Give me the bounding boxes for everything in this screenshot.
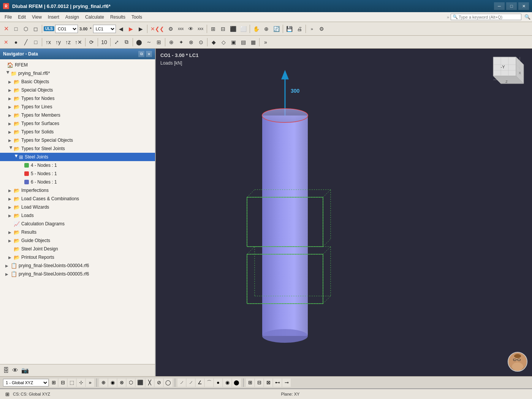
co-select[interactable]: CO1 <box>55 25 78 33</box>
bt-snap8[interactable]: ◯ <box>164 378 173 387</box>
tb2-num[interactable]: 10 <box>100 37 109 47</box>
tb-3d[interactable]: ⬛ <box>228 24 238 34</box>
bt-icon2[interactable]: ⊟ <box>59 378 67 387</box>
bt-node3[interactable]: ⬤ <box>232 378 241 387</box>
nav-item-node6[interactable]: 6 - Nodes : 1 <box>0 178 155 186</box>
nav-camera-icon[interactable]: 📷 <box>21 367 29 374</box>
tb2-line[interactable]: ╱ <box>21 37 30 47</box>
tb-filter1[interactable]: ✕❮❮ <box>149 24 166 34</box>
nav-item-results[interactable]: ▶ 📂 Results <box>0 228 155 236</box>
nav-item-types-special[interactable]: ▶ 📂 Types for Special Objects <box>0 136 155 144</box>
tb-box[interactable]: □ <box>11 24 21 34</box>
tb-eye2[interactable]: xxx <box>196 24 205 34</box>
tb2-more[interactable]: » <box>261 37 270 47</box>
title-bar-controls[interactable]: ─ □ ✕ <box>494 2 529 10</box>
tb2-axis-y[interactable]: ↑y <box>54 37 63 47</box>
nav-item-steel-joints[interactable]: ▶ ⊞ Steel Joints <box>0 153 155 161</box>
bt-icon1[interactable]: ⊞ <box>49 378 58 387</box>
nav-data-icon[interactable]: 🗄 <box>3 367 9 374</box>
nav-float-button[interactable]: ⧉ <box>138 51 144 57</box>
bt-snap4[interactable]: ⬡ <box>127 378 135 387</box>
nav-item-node5[interactable]: 5 - Nodes : 1 <box>0 169 155 178</box>
tb2-mesh[interactable]: ⊞ <box>154 37 163 47</box>
tb-play[interactable]: ▶ <box>127 24 136 34</box>
tb2-surface[interactable]: □ <box>31 37 40 47</box>
tb-filter2[interactable]: ⚙ <box>166 24 176 34</box>
tb2-snap2[interactable]: ✦ <box>177 37 186 47</box>
tb2-transform[interactable]: ⟳ <box>87 37 96 47</box>
nav-item-types-steel[interactable]: ▶ 📂 Types for Steel Joints <box>0 144 155 153</box>
tb2-render2[interactable]: ◇ <box>219 37 228 47</box>
tb-grid[interactable]: ⊞ <box>209 24 218 34</box>
bt-grid3[interactable]: ⊠ <box>264 378 272 387</box>
bt-grid5[interactable]: ⊸ <box>282 378 291 387</box>
viewport[interactable]: CO1 - 3.00 * LC1 Loads [kN] -Y X Z <box>156 49 532 376</box>
status-icon1[interactable]: ⊞ <box>3 390 11 398</box>
bt-node2[interactable]: ◉ <box>223 378 231 387</box>
menu-file[interactable]: File <box>2 14 15 21</box>
bt-measure[interactable]: ⟋ <box>177 378 186 387</box>
tb-rotate[interactable]: 🔄 <box>272 24 281 34</box>
bt-grid-toggle[interactable]: ⊞ <box>246 378 254 387</box>
search-input[interactable] <box>459 15 519 19</box>
tb2-axis-x[interactable]: ↑x <box>44 37 53 47</box>
tb2-axis-z[interactable]: ↑z <box>63 37 73 47</box>
tb2-axis-free[interactable]: ↑✕ <box>73 37 84 47</box>
tb-settings[interactable]: ⚙ <box>317 24 326 34</box>
bt-node[interactable]: ● <box>214 378 222 387</box>
bt-snap7[interactable]: ⊘ <box>155 378 163 387</box>
bt-snap6[interactable]: ╳ <box>146 378 154 387</box>
close-button[interactable]: ✕ <box>518 2 529 10</box>
nav-close-button[interactable]: ✕ <box>146 51 152 57</box>
nav-item-special-objects[interactable]: ▶ 📂 Special Objects <box>0 86 155 94</box>
nav-item-load-wizards[interactable]: ▶ 📂 Load Wizards <box>0 203 155 211</box>
tb2-render1[interactable]: ◆ <box>209 37 218 47</box>
tb2-move[interactable]: ⤢ <box>112 37 121 47</box>
bt-snap2[interactable]: ◉ <box>108 378 117 387</box>
tb2-snap3[interactable]: ⊗ <box>187 37 196 47</box>
menu-calculate[interactable]: Calculate <box>82 14 107 21</box>
tb-node[interactable]: ⬡ <box>21 24 30 34</box>
search-box[interactable]: 🔍 <box>451 14 521 20</box>
tb-save[interactable]: 💾 <box>285 24 294 34</box>
bt-more[interactable]: » <box>86 378 94 387</box>
tb2-render3[interactable]: ▣ <box>229 37 238 47</box>
menu-view[interactable]: View <box>29 14 45 21</box>
nav-item-types-lines[interactable]: ▶ 📂 Types for Lines <box>0 103 155 111</box>
bt-snap1[interactable]: ⊕ <box>99 378 108 387</box>
bt-grid2[interactable]: ⊟ <box>255 378 263 387</box>
tb-print[interactable]: 🖨 <box>295 24 304 34</box>
nav-item-loads[interactable]: ▶ 📂 Loads <box>0 211 155 220</box>
tb-next[interactable]: ▶ <box>136 24 146 34</box>
tb2-cancel[interactable]: ✕ <box>2 37 11 47</box>
nav-item-steel-joint-design[interactable]: 📂 Steel Joint Design <box>0 245 155 253</box>
nav-item-project[interactable]: ▶ 📁 prying_final.rf6* <box>0 69 155 78</box>
tb-prev[interactable]: ◀ <box>117 24 126 34</box>
menu-assign[interactable]: Assign <box>62 14 82 21</box>
bt-snap3[interactable]: ⊗ <box>117 378 126 387</box>
tb-wire[interactable]: ⬜ <box>239 24 248 34</box>
tb-clear[interactable]: ✕ <box>2 24 11 34</box>
nav-item-rfem[interactable]: 🏠 RFEM <box>0 61 155 69</box>
tb2-snap[interactable]: ⊕ <box>167 37 176 47</box>
tb2-wave[interactable]: ～ <box>144 37 154 47</box>
bt-arc[interactable]: ⌒ <box>205 378 213 387</box>
tb2-copy[interactable]: ⧉ <box>122 37 131 47</box>
tb-zoomfit[interactable]: ⊕ <box>262 24 271 34</box>
menu-tools[interactable]: Tools <box>128 14 145 21</box>
tb-more[interactable]: » <box>307 24 317 34</box>
bt-angle[interactable]: ∠ <box>196 378 204 387</box>
tb2-render4[interactable]: ▤ <box>239 37 248 47</box>
nav-item-load-cases[interactable]: ▶ 📂 Load Cases & Combinations <box>0 195 155 203</box>
menu-edit[interactable]: Edit <box>15 14 29 21</box>
nav-item-guide-objects[interactable]: ▶ 📂 Guide Objects <box>0 236 155 245</box>
nav-item-types-solids[interactable]: ▶ 📂 Types for Solids <box>0 128 155 136</box>
lc-select[interactable]: LC1 <box>93 25 116 33</box>
nav-subproject2[interactable]: ▶ 📋 prying_final-SteelJoints-000005.rf6 <box>0 270 155 278</box>
tb2-snap4[interactable]: ⊙ <box>196 37 206 47</box>
coordinate-system-select[interactable]: 1 - Global XYZ <box>3 379 49 386</box>
nav-subproject1[interactable]: ▶ 📋 prying_final-SteelJoints-000004.rf6 <box>0 261 155 270</box>
menu-results[interactable]: Results <box>107 14 128 21</box>
tb-grid2[interactable]: ⊟ <box>218 24 228 34</box>
bt-icon3[interactable]: ⬚ <box>68 378 76 387</box>
